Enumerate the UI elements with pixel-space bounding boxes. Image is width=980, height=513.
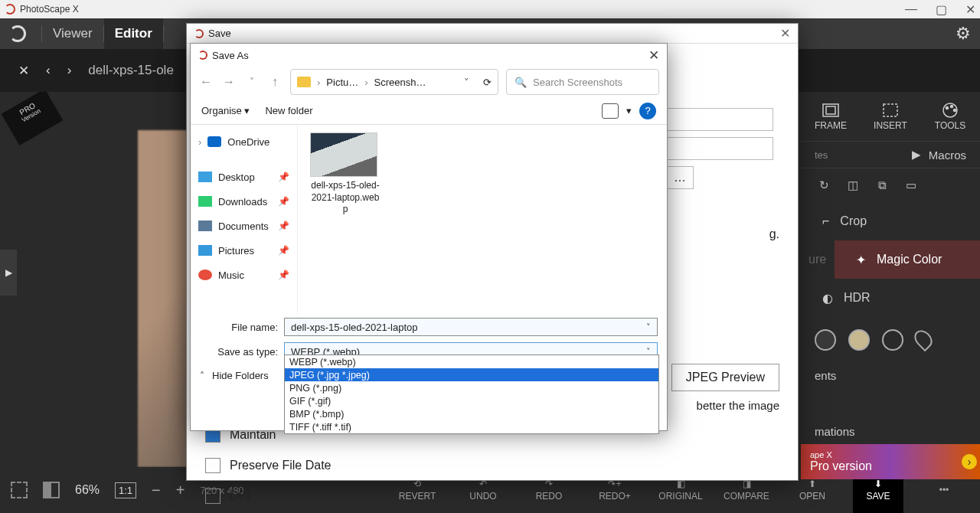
frame-icon xyxy=(820,102,841,119)
pro-badge[interactable]: PRO Version xyxy=(0,92,64,147)
window-minimize-button[interactable]: — xyxy=(905,2,917,17)
zoom-in-button[interactable]: + xyxy=(176,482,185,499)
search-placeholder: Search Screenshots xyxy=(533,77,622,88)
color-circles-row xyxy=(801,317,980,363)
hdr-button[interactable]: ◐ HDR xyxy=(801,279,980,317)
ents-partial: ents xyxy=(801,363,980,388)
option-bmp[interactable]: BMP (*.bmp) xyxy=(285,407,658,420)
jpeg-preview-button[interactable]: JPEG Preview xyxy=(671,364,779,391)
fit-ratio-button[interactable]: 1:1 xyxy=(115,482,136,498)
flip-h-icon[interactable]: ◫ xyxy=(844,176,862,194)
play-icon: ▶ xyxy=(912,148,921,162)
current-filename: dell-xps-15-ole xyxy=(88,63,174,78)
zoom-level[interactable]: 66% xyxy=(75,483,100,497)
option-gif[interactable]: GIF (*.gif) xyxy=(285,394,658,407)
preserve-date-checkbox[interactable] xyxy=(205,458,220,473)
color-swatch-3[interactable] xyxy=(882,329,903,351)
nav-downloads[interactable]: Downloads📌 xyxy=(191,189,297,214)
nav-desktop[interactable]: Desktop📌 xyxy=(191,165,297,189)
option-webp[interactable]: WEBP (*.webp) xyxy=(285,355,658,368)
window-title: PhotoScape X xyxy=(20,4,79,15)
straighten-icon[interactable]: ▭ xyxy=(902,176,920,194)
magic-color-button[interactable]: ✦ Magic Color xyxy=(835,240,980,279)
insert-icon xyxy=(880,102,901,119)
nav-history-button[interactable]: ˅ xyxy=(244,77,260,87)
tab-editor[interactable]: Editor xyxy=(104,18,163,49)
filename-input[interactable]: dell-xps-15-oled-2021-laptop ˅ xyxy=(284,318,658,336)
view-mode-button[interactable] xyxy=(602,103,619,119)
transform-icons-row: ↻ ◫ ⧉ ▭ xyxy=(801,168,980,202)
flip-v-icon[interactable]: ⧉ xyxy=(873,176,891,194)
window-maximize-button[interactable]: ▢ xyxy=(936,2,947,17)
help-icon[interactable]: ? xyxy=(639,103,656,119)
view-caret[interactable]: ▾ xyxy=(626,105,632,116)
search-input[interactable]: 🔍 Search Screenshots xyxy=(506,69,659,95)
miniature-button[interactable]: ure xyxy=(801,240,835,279)
macros-row[interactable]: tes ▶ Macros xyxy=(801,141,980,168)
window-close-button[interactable]: ✕ xyxy=(965,2,975,17)
address-bar[interactable]: › Pictu… › Screensh… ˅ ⟳ xyxy=(290,69,498,95)
prev-file-button[interactable]: ‹ xyxy=(46,63,51,78)
zoom-out-button[interactable]: − xyxy=(152,482,161,499)
file-thumbnail[interactable]: dell-xps-15-oled-2021-laptop.webp xyxy=(310,132,381,216)
breadcrumb-screenshots[interactable]: Screensh… xyxy=(374,77,426,88)
tools-tool[interactable]: TOOLS xyxy=(920,92,980,141)
nav-forward-button[interactable]: → xyxy=(221,75,237,89)
app-logo-icon[interactable] xyxy=(9,25,26,42)
saveas-title: Save As xyxy=(212,50,249,61)
frame-tool[interactable]: FRAME xyxy=(801,92,861,141)
tab-viewer[interactable]: Viewer xyxy=(42,18,103,49)
options-panel-partial: … xyxy=(666,108,773,189)
search-icon: 🔍 xyxy=(514,77,527,88)
option-jpeg[interactable]: JPEG (*.jpg *.jpeg) xyxy=(285,368,658,381)
addr-caret-icon[interactable]: ˅ xyxy=(464,77,469,88)
droplet-icon[interactable] xyxy=(911,327,936,352)
more-options-button[interactable]: … xyxy=(666,166,694,189)
svg-point-6 xyxy=(954,109,956,112)
file-type-options-list: WEBP (*.webp) JPEG (*.jpg *.jpeg) PNG (*… xyxy=(284,355,659,434)
close-icon[interactable]: ✕ xyxy=(780,26,790,41)
nav-documents[interactable]: Documents📌 xyxy=(191,214,297,238)
option-png[interactable]: PNG (*.png) xyxy=(285,381,658,394)
thumbnail-caption: dell-xps-15-oled-2021-laptop.webp xyxy=(310,180,381,216)
nav-music[interactable]: Music📌 xyxy=(191,263,297,287)
color-swatch-1[interactable] xyxy=(815,329,836,351)
organise-button[interactable]: Organise ▾ xyxy=(201,105,250,116)
option-tiff[interactable]: TIFF (*.tiff *.tif) xyxy=(285,420,658,433)
refresh-icon[interactable]: ⟳ xyxy=(483,77,492,88)
insert-tool[interactable]: INSERT xyxy=(861,92,920,141)
nav-pictures[interactable]: Pictures📌 xyxy=(191,238,297,263)
color-swatch-2[interactable] xyxy=(848,329,870,351)
promo-next-icon[interactable]: › xyxy=(962,454,977,469)
preserve-date-label: Preserve File Date xyxy=(230,459,332,472)
chevron-down-icon[interactable]: ˅ xyxy=(646,322,651,332)
nav-up-button[interactable]: ↑ xyxy=(267,75,283,89)
hdr-icon: ◐ xyxy=(822,291,833,306)
nav-pane: ›OneDrive Desktop📌 Downloads📌 Documents📌… xyxy=(191,125,298,315)
close-file-button[interactable]: ✕ xyxy=(18,63,29,79)
pro-version-promo[interactable]: ape X Pro version › xyxy=(801,444,980,479)
nav-onedrive[interactable]: ›OneDrive xyxy=(191,129,297,154)
file-list[interactable]: dell-xps-15-oled-2021-laptop.webp xyxy=(298,125,667,315)
next-file-button[interactable]: › xyxy=(67,63,72,78)
crop-icon: ⌐ xyxy=(822,214,829,228)
canvas-icon[interactable] xyxy=(43,482,60,498)
more-button[interactable]: ••• xyxy=(919,485,969,495)
rotate-icon[interactable]: ↻ xyxy=(815,176,833,194)
palette-icon xyxy=(939,102,961,119)
options-partial-text: tes xyxy=(815,149,828,161)
app-logo-icon xyxy=(198,51,207,60)
hide-folders-chevron-icon[interactable]: ˄ xyxy=(200,371,204,381)
hide-folders-button[interactable]: Hide Folders xyxy=(212,370,269,381)
close-icon[interactable]: ✕ xyxy=(648,47,659,64)
svg-point-4 xyxy=(946,107,949,109)
settings-gear-icon[interactable]: ⚙ xyxy=(956,24,971,44)
new-folder-button[interactable]: New folder xyxy=(265,105,312,116)
crop-button[interactable]: ⌐ Crop xyxy=(801,202,980,240)
dpi-checkbox[interactable] xyxy=(205,488,220,504)
breadcrumb-pictures[interactable]: Pictu… xyxy=(326,77,358,88)
nav-back-button[interactable]: ← xyxy=(198,75,214,89)
marquee-icon[interactable] xyxy=(11,482,28,498)
sidebar-toggle-button[interactable]: ▶ xyxy=(0,250,17,296)
macros-label: Macros xyxy=(929,149,966,162)
